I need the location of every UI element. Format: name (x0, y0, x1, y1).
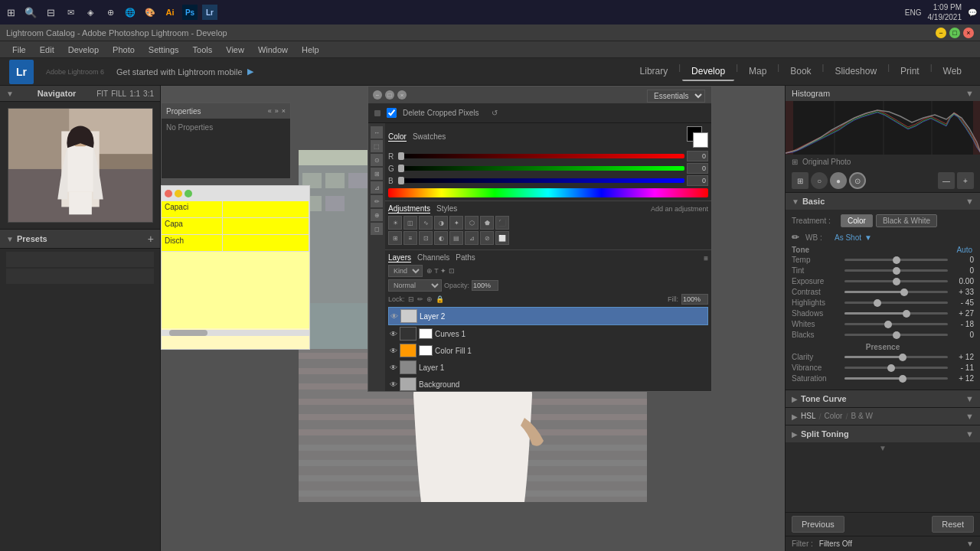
ps-tool-eyedropper[interactable]: ⊿ (371, 181, 383, 194)
split-toning-menu[interactable]: ▼ (965, 429, 974, 439)
mode-icon-4[interactable]: ⊙ (849, 172, 866, 189)
r-thumb[interactable] (398, 152, 404, 160)
b-value-input[interactable] (687, 175, 708, 186)
vibrance-track[interactable] (844, 367, 948, 369)
color-treatment-btn[interactable]: Color (841, 214, 873, 227)
properties-close[interactable]: × (282, 107, 286, 115)
lock-position[interactable]: ✏ (417, 295, 423, 303)
lock-pixels[interactable]: ⊟ (408, 295, 414, 303)
crop-reset-icon[interactable]: ↺ (492, 109, 498, 117)
layer-item-curves1[interactable]: 👁 Curves 1 (388, 325, 708, 342)
highlights-thumb[interactable] (874, 299, 881, 307)
layer-item-layer2[interactable]: 👁 Layer 2 (388, 307, 708, 325)
zoom-1-1[interactable]: 1:1 (129, 90, 140, 98)
properties-collapse[interactable]: « (268, 107, 272, 115)
whites-track[interactable] (844, 323, 948, 325)
adj-photo-filter[interactable]: ⊞ (388, 231, 402, 245)
adj-colorbalance[interactable]: ⬟ (480, 216, 494, 230)
app-icon-lr[interactable]: Lr (202, 5, 217, 20)
layer1-visibility[interactable]: 👁 (390, 364, 397, 372)
menu-tools[interactable]: Tools (187, 44, 219, 56)
vibrance-thumb[interactable] (887, 364, 895, 372)
ss-scrollbar-h[interactable] (162, 330, 309, 336)
nav-map[interactable]: Map (740, 63, 776, 81)
dropbox-icon[interactable]: ◈ (83, 5, 98, 20)
ps-tool-move[interactable]: ↔ (371, 126, 383, 139)
app-icon-ps[interactable]: Ps (182, 5, 198, 20)
ps-tool-eraser[interactable]: ◻ (371, 223, 383, 235)
blacks-track[interactable] (844, 334, 948, 336)
mode-icon-2[interactable]: ○ (811, 172, 828, 189)
ps-minimize[interactable]: − (373, 90, 382, 99)
adj-levels[interactable]: ◫ (403, 216, 417, 230)
shadows-track[interactable] (844, 312, 948, 315)
search-taskbar[interactable]: 🔍 (23, 5, 38, 20)
notification-icon[interactable]: 💬 (968, 8, 977, 17)
lock-all[interactable]: 🔒 (436, 295, 444, 303)
bw-treatment-btn[interactable]: Black & White (876, 214, 937, 227)
adj-gradient[interactable]: ⊘ (480, 231, 494, 245)
tone-curve-menu[interactable]: ▼ (965, 394, 974, 403)
menu-window[interactable]: Window (252, 44, 294, 56)
auto-btn[interactable]: Auto (956, 246, 974, 254)
clarity-track[interactable] (844, 356, 948, 358)
nav-library[interactable]: Library (631, 63, 678, 81)
blacks-thumb[interactable] (893, 331, 900, 339)
wb-value[interactable]: As Shot (835, 233, 861, 242)
zoom-3-1[interactable]: 3:1 (143, 90, 154, 98)
mode-icon-5[interactable]: — (938, 172, 955, 189)
clarity-thumb[interactable] (899, 354, 906, 361)
adj-brightness[interactable]: ☀ (388, 216, 402, 230)
hsl-tab-hsl[interactable]: HSL (801, 412, 815, 421)
wb-eyedropper[interactable]: ✏ (792, 232, 799, 243)
exposure-thumb[interactable] (893, 278, 900, 285)
adj-hsl[interactable]: ⬡ (465, 216, 479, 230)
ps-tool-brush[interactable]: ✏ (371, 195, 383, 207)
ss-scroll-thumb[interactable] (169, 330, 207, 336)
split-toning-header[interactable]: ▶ Split Toning ▼ (786, 425, 980, 442)
tab-layers[interactable]: Layers (388, 253, 411, 262)
basic-section-header[interactable]: ▼ Basic ▼ (786, 192, 980, 210)
adj-channel-mixer[interactable]: ≡ (403, 231, 417, 245)
adj-bw[interactable]: ⬛ (495, 216, 509, 230)
fill-input[interactable] (681, 294, 708, 305)
app-icon-1[interactable]: ⊕ (103, 5, 118, 20)
menu-file[interactable]: File (6, 44, 32, 56)
ps-maximize[interactable]: □ (385, 90, 394, 99)
menu-photo[interactable]: Photo (106, 44, 141, 56)
adj-solid-color[interactable]: ⬜ (495, 231, 509, 245)
g-thumb[interactable] (398, 165, 404, 172)
temp-thumb[interactable] (893, 256, 900, 264)
app-icon-3[interactable]: 🎨 (142, 5, 158, 20)
tab-channels[interactable]: Channels (417, 253, 449, 262)
menu-edit[interactable]: Edit (34, 44, 60, 56)
layer-item-colorfill1[interactable]: 👁 Color Fill 1 (388, 342, 708, 359)
adj-vibrance[interactable]: ✦ (449, 216, 463, 230)
task-view[interactable]: ⊟ (43, 5, 58, 20)
ps-tool-clone[interactable]: ⊕ (371, 209, 383, 221)
layer-item-layer1[interactable]: 👁 Layer 1 (388, 359, 708, 376)
minimize-button[interactable]: − (936, 28, 946, 38)
r-value-input[interactable] (687, 151, 708, 161)
colorfill1-visibility[interactable]: 👁 (390, 347, 397, 355)
whites-thumb[interactable] (884, 321, 892, 328)
adj-exposure[interactable]: ◑ (434, 216, 448, 230)
nav-book[interactable]: Book (781, 63, 820, 81)
basic-menu[interactable]: ▼ (965, 197, 974, 206)
layer-item-background[interactable]: 👁 Background (388, 376, 708, 391)
menu-help[interactable]: Help (296, 44, 325, 56)
background-color[interactable] (693, 132, 708, 148)
ss-max-btn[interactable] (185, 190, 192, 197)
contrast-track[interactable] (844, 291, 948, 293)
layer2-visibility[interactable]: 👁 (390, 312, 398, 321)
color-spectrum-bar[interactable] (388, 188, 708, 197)
contrast-thumb[interactable] (900, 289, 908, 296)
nav-web[interactable]: Web (934, 63, 971, 81)
menu-view[interactable]: View (220, 44, 250, 56)
bg-visibility[interactable]: 👁 (390, 380, 397, 389)
b-track[interactable] (398, 178, 684, 183)
close-button[interactable]: × (963, 28, 974, 38)
tab-adjustments[interactable]: Adjustments (388, 204, 430, 214)
zoom-fit[interactable]: FIT (96, 90, 108, 98)
saturation-track[interactable] (844, 377, 948, 380)
